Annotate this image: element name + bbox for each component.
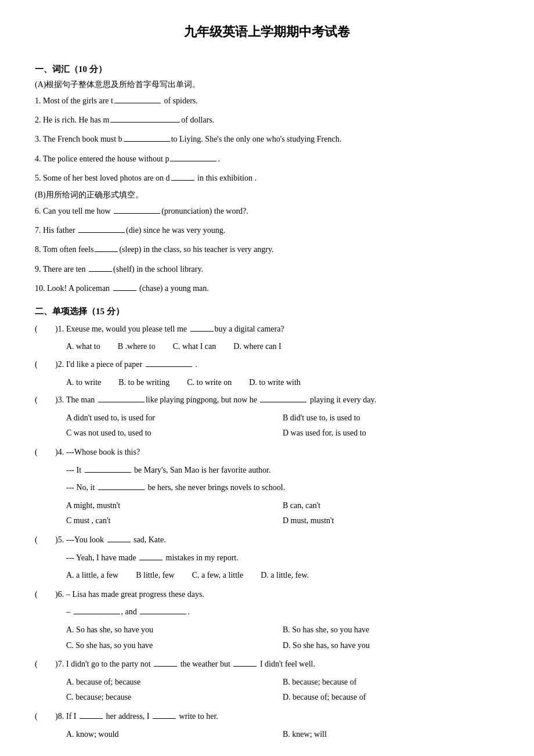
section1-title: 一、词汇（10 分） — [35, 64, 499, 75]
option-8b: B. knew; will — [283, 727, 499, 743]
question-1: 1. Most of the girls are t of spiders. — [35, 93, 499, 108]
bracket-7: ( — [35, 657, 51, 672]
number-8: )8. — [51, 709, 66, 725]
option-7b: B. because; because of — [283, 675, 499, 690]
option-6c: C. So she has, so you have — [66, 638, 283, 654]
sub-5-1: --- Yeah, I have made mistakes in my rep… — [66, 550, 499, 566]
content-2: I'd like a piece of paper . — [66, 357, 499, 373]
option-1a: A. what to — [66, 339, 100, 355]
options-2: A. to write B. to be writing C. to write… — [66, 375, 499, 391]
mc-question-6: ( )6. – Lisa has made great progress the… — [35, 587, 499, 603]
mc-question-7: ( )7. I didn't go to the party not the w… — [35, 657, 499, 672]
question-2: 2. He is rich. He has mof dollars. — [35, 113, 499, 127]
sub-4-2: --- No, it be hers, she never brings nov… — [66, 480, 499, 496]
question-7: 7. His father (die) since he was very yo… — [35, 223, 499, 237]
mc-question-1: ( )1. Exeuse me, would you please tell m… — [35, 322, 499, 337]
option-6a: A. So has she, so have you — [66, 622, 283, 638]
option-7a: A. because of; because — [66, 675, 283, 690]
option-5b: B little, few — [136, 568, 175, 584]
content-4: ---Whose book is this? — [66, 445, 499, 460]
content-6: – Lisa has made great progress these day… — [66, 587, 499, 603]
section1-subtitle-a: (A)根据句子整体意思及所给首字母写出单词。 — [35, 80, 499, 90]
bracket-4: ( — [35, 445, 51, 460]
bracket-2: ( — [35, 357, 51, 373]
number-1: )1. — [51, 322, 66, 337]
mc-question-2: ( )2. I'd like a piece of paper . — [35, 357, 499, 373]
option-7d: D. because of; because of — [283, 690, 499, 705]
option-7c: C. because; because — [66, 690, 283, 705]
mc-question-8: ( )8. If I her address, I write to her. — [35, 709, 499, 725]
bracket-8: ( — [35, 709, 51, 725]
option-1c: C. what I can — [173, 339, 217, 355]
option-5c: C. a few, a little — [192, 568, 244, 584]
options-8: A. know; would B. knew; will — [66, 727, 499, 743]
number-3: )3. — [51, 393, 66, 408]
option-3d: D was used for, is used to — [283, 426, 499, 441]
question-4: 4. The police entered the house without … — [35, 152, 499, 166]
content-3: The man like playing pingpong, but now h… — [66, 393, 499, 408]
options-5: A. a little, a few B little, few C. a fe… — [66, 568, 499, 584]
content-5: ---You look sad, Kate. — [66, 532, 499, 548]
mc-question-3: ( )3. The man like playing pingpong, but… — [35, 393, 499, 408]
question-5: 5. Some of her best loved photos are on … — [35, 171, 499, 185]
number-7: )7. — [51, 657, 66, 672]
option-3c: C was not used to, used to — [66, 426, 283, 441]
options-1: A. what to B .where to C. what I can D. … — [66, 339, 499, 355]
option-3a: A didn't used to, is used for — [66, 411, 283, 426]
bracket-3: ( — [35, 393, 51, 408]
number-2: )2. — [51, 357, 66, 373]
mc-question-5: ( )5. ---You look sad, Kate. — [35, 532, 499, 548]
sub-6-1: – , and . — [66, 604, 499, 620]
question-10: 10. Look! A policeman (chase) a young ma… — [35, 281, 499, 296]
option-2b: B. to be writing — [118, 375, 169, 391]
sub-4-1: --- It be Mary's, San Mao is her favorit… — [66, 463, 499, 478]
option-5a: A. a little, a few — [66, 568, 118, 584]
content-7: I didn't go to the party not the weather… — [66, 657, 499, 672]
option-8a: A. know; would — [66, 727, 283, 743]
options-4: A might, mustn't B can, can't C must , c… — [66, 498, 499, 529]
option-1d: D. where can I — [233, 339, 281, 355]
question-6: 6. Can you tell me how (pronunciation) t… — [35, 204, 499, 218]
bracket-1: ( — [35, 322, 51, 337]
question-9: 9. There are ten (shelf) in the school l… — [35, 262, 499, 276]
option-6d: D. So she has, so have you — [283, 638, 499, 654]
option-4c: C must , can't — [66, 513, 283, 529]
bracket-6: ( — [35, 587, 51, 603]
section2-title: 二、单项选择（15 分） — [35, 306, 499, 317]
options-6: A. So has she, so have you B. So has she… — [66, 622, 499, 653]
section2: 二、单项选择（15 分） ( )1. Exeuse me, would you … — [35, 306, 499, 742]
bracket-5: ( — [35, 532, 51, 548]
page-title: 九年级英语上学期期中考试卷 — [35, 23, 499, 41]
option-5d: D. a little, few. — [261, 568, 309, 584]
option-6b: B. So has she, so you have — [283, 622, 499, 638]
question-8: 8. Tom often feels(sleep) in the class, … — [35, 242, 499, 257]
number-5: )5. — [51, 532, 66, 548]
section1-subtitle-b: (B)用所给词的正确形式填空。 — [35, 190, 499, 200]
number-4: )4. — [51, 445, 66, 460]
number-6: )6. — [51, 587, 66, 603]
option-2a: A. to write — [66, 375, 101, 391]
mc-question-4: ( )4. ---Whose book is this? — [35, 445, 499, 460]
option-4d: D must, mustn't — [283, 513, 499, 529]
option-2d: D. to write with — [249, 375, 301, 391]
question-3: 3. The French book must bto Liying. She'… — [35, 132, 499, 146]
option-4b: B can, can't — [283, 498, 499, 514]
options-7: A. because of; because B. because; becau… — [66, 675, 499, 705]
content-1: Exeuse me, would you please tell me buy … — [66, 322, 499, 337]
option-4a: A might, mustn't — [66, 498, 283, 514]
option-3b: B did't use to, is used to — [283, 411, 499, 426]
option-2c: C. to write on — [187, 375, 232, 391]
content-8: If I her address, I write to her. — [66, 709, 499, 725]
option-1b: B .where to — [118, 339, 156, 355]
options-3: A didn't used to, is used for B did't us… — [66, 411, 499, 441]
